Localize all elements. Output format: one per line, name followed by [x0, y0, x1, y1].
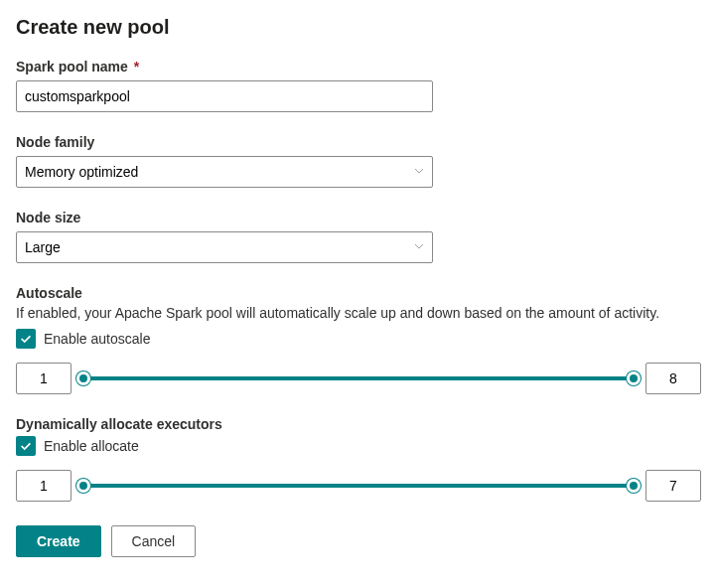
enable-allocate-label: Enable allocate [44, 438, 139, 454]
button-row: Create Cancel [16, 525, 701, 557]
cancel-button[interactable]: Cancel [111, 525, 197, 557]
node-family-label: Node family [16, 134, 701, 150]
page-title: Create new pool [16, 16, 701, 39]
executors-max-input[interactable] [645, 470, 701, 502]
pool-name-label: Spark pool name * [16, 59, 701, 74]
executors-slider-track [83, 484, 634, 488]
node-size-select[interactable]: Large [16, 231, 433, 263]
field-node-family: Node family Memory optimized [16, 134, 701, 188]
executors-slider[interactable] [83, 476, 634, 496]
dynamic-executors-label: Dynamically allocate executors [16, 416, 701, 432]
autoscale-slider-track [83, 376, 634, 380]
field-node-size: Node size Large [16, 210, 701, 263]
node-family-select[interactable]: Memory optimized [16, 156, 433, 188]
enable-autoscale-label: Enable autoscale [44, 331, 150, 347]
section-autoscale: Autoscale If enabled, your Apache Spark … [16, 285, 701, 394]
autoscale-description: If enabled, your Apache Spark pool will … [16, 305, 701, 321]
executors-slider-thumb-min[interactable] [76, 479, 90, 493]
pool-name-input[interactable] [16, 80, 433, 112]
checkmark-icon [19, 439, 33, 453]
required-asterisk: * [134, 59, 139, 74]
executors-slider-thumb-max[interactable] [627, 479, 641, 493]
autoscale-max-input[interactable] [645, 363, 701, 394]
enable-allocate-checkbox[interactable] [16, 436, 36, 456]
autoscale-min-input[interactable] [16, 363, 72, 394]
autoscale-slider-thumb-max[interactable] [627, 371, 641, 385]
node-size-label: Node size [16, 210, 701, 225]
autoscale-slider[interactable] [83, 368, 634, 388]
autoscale-label: Autoscale [16, 285, 701, 301]
create-button[interactable]: Create [16, 525, 101, 557]
enable-autoscale-checkbox[interactable] [16, 329, 36, 349]
section-dynamic-executors: Dynamically allocate executors Enable al… [16, 416, 701, 502]
pool-name-label-text: Spark pool name [16, 59, 128, 74]
autoscale-slider-thumb-min[interactable] [76, 371, 90, 385]
field-pool-name: Spark pool name * [16, 59, 701, 112]
checkmark-icon [19, 332, 33, 346]
executors-min-input[interactable] [16, 470, 72, 502]
